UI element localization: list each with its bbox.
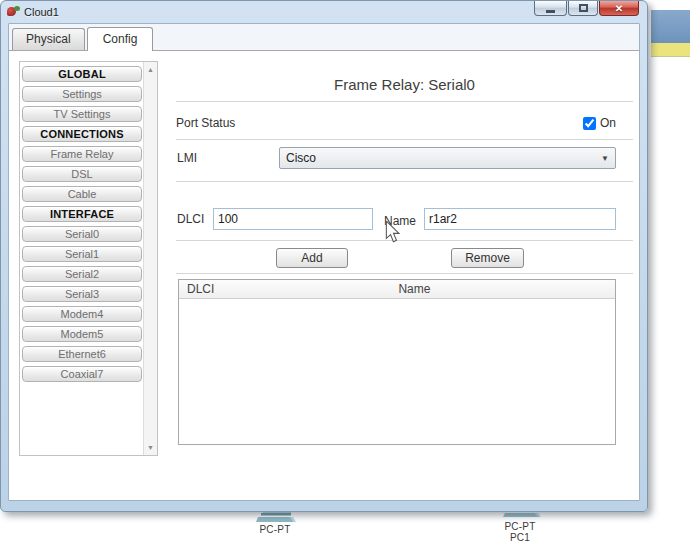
- sidebar-item-modem5[interactable]: Modem5: [22, 326, 142, 342]
- scroll-down-icon[interactable]: ▼: [144, 441, 157, 454]
- tab-config[interactable]: Config: [87, 27, 154, 51]
- dlci-label: DLCI: [177, 212, 204, 226]
- device-label: PC-PT: [484, 521, 556, 532]
- divider: [176, 240, 633, 241]
- remove-button[interactable]: Remove: [451, 248, 524, 268]
- sidebar-item-serial3[interactable]: Serial3: [22, 286, 142, 302]
- divider: [176, 181, 633, 182]
- divider: [176, 101, 633, 102]
- port-status-on-label: On: [600, 116, 616, 130]
- window-title: Cloud1: [24, 6, 59, 18]
- sidebar-item-dsl[interactable]: DSL: [22, 166, 142, 182]
- port-status-row: Port Status On: [176, 111, 616, 135]
- sidebar-scrollbar[interactable]: ▲ ▼: [143, 62, 157, 455]
- lmi-dropdown[interactable]: Cisco ▼: [279, 147, 616, 169]
- lmi-label: LMI: [177, 151, 197, 165]
- dialog-body: Physical Config GLOBALSettingsTV Setting…: [8, 23, 640, 501]
- sidebar-item-serial2[interactable]: Serial2: [22, 266, 142, 282]
- port-status-toggle[interactable]: On: [583, 116, 616, 130]
- sidebar-item-serial0[interactable]: Serial0: [22, 226, 142, 242]
- name-label: Name: [384, 214, 416, 228]
- lmi-selected-value: Cisco: [286, 151, 601, 165]
- device-name: PC1: [484, 532, 556, 541]
- sidebar-item-tv-settings[interactable]: TV Settings: [22, 106, 142, 122]
- table-header-name: Name: [398, 282, 430, 296]
- sidebar-item-global[interactable]: GLOBAL: [22, 66, 142, 82]
- tab-bar: Physical Config: [9, 24, 639, 50]
- sidebar-item-connections[interactable]: CONNECTIONS: [22, 126, 142, 142]
- scroll-up-icon[interactable]: ▲: [144, 63, 157, 76]
- category-list: GLOBALSettingsTV SettingsCONNECTIONSFram…: [19, 61, 158, 456]
- cloud1-config-window: Cloud1 ✕ Physical Config GLOBALSettingsT…: [0, 0, 648, 512]
- sidebar-item-frame-relay[interactable]: Frame Relay: [22, 146, 142, 162]
- port-status-label: Port Status: [176, 116, 235, 130]
- sidebar-item-serial1[interactable]: Serial1: [22, 246, 142, 262]
- panel-title: Frame Relay: Serial0: [176, 76, 633, 93]
- maximize-icon: [579, 4, 588, 12]
- sidebar-item-ethernet6[interactable]: Ethernet6: [22, 346, 142, 362]
- divider: [176, 139, 633, 140]
- config-content: GLOBALSettingsTV SettingsCONNECTIONSFram…: [9, 50, 639, 500]
- sidebar-item-modem4[interactable]: Modem4: [22, 306, 142, 322]
- chevron-down-icon: ▼: [601, 154, 609, 163]
- dlci-name-table[interactable]: DLCI Name: [178, 279, 616, 445]
- close-icon: ✕: [615, 3, 623, 14]
- frame-relay-panel: Frame Relay: Serial0 Port Status On LMI …: [176, 59, 633, 492]
- add-remove-row: Add Remove: [176, 248, 633, 269]
- table-header-dlci: DLCI: [187, 282, 214, 296]
- name-input[interactable]: [424, 208, 616, 230]
- table-header-row: DLCI Name: [179, 280, 615, 299]
- background-toolbar-yellow-strip: [651, 43, 690, 57]
- sidebar-item-interface[interactable]: INTERFACE: [22, 206, 142, 222]
- window-controls: ✕: [534, 1, 639, 16]
- minimize-button[interactable]: [534, 1, 567, 16]
- close-button[interactable]: ✕: [599, 1, 639, 16]
- sidebar-item-coaxial7[interactable]: Coaxial7: [22, 366, 142, 382]
- dlci-input[interactable]: [213, 208, 373, 230]
- divider: [176, 273, 633, 274]
- lmi-row: LMI Cisco ▼: [176, 147, 633, 171]
- minimize-icon: [546, 10, 555, 13]
- add-button[interactable]: Add: [276, 248, 348, 268]
- dlci-name-row: DLCI Name: [176, 208, 633, 231]
- tab-physical[interactable]: Physical: [12, 28, 85, 50]
- app-icon: [7, 6, 20, 18]
- port-status-checkbox[interactable]: [583, 117, 596, 130]
- maximize-button[interactable]: [568, 1, 598, 16]
- sidebar-item-settings[interactable]: Settings: [22, 86, 142, 102]
- sidebar-item-cable[interactable]: Cable: [22, 186, 142, 202]
- background-toolbar-blue-strip: [651, 10, 690, 43]
- device-label: PC-PT: [239, 524, 311, 535]
